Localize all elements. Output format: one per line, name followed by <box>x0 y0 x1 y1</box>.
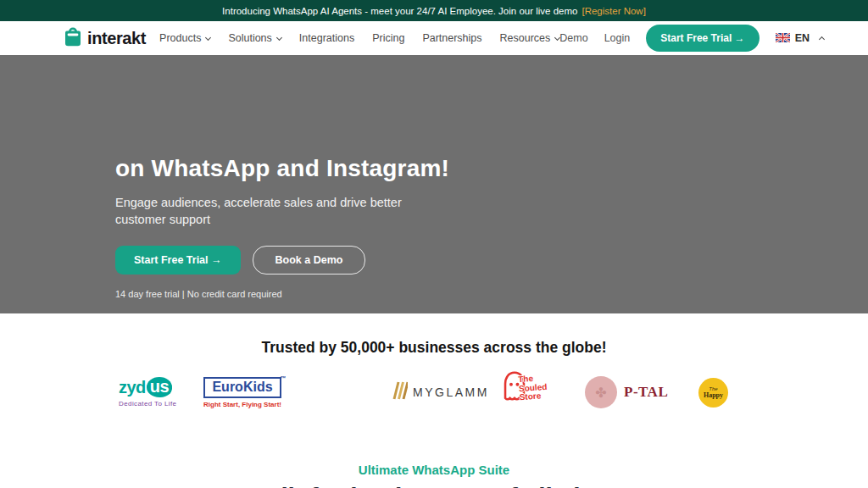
language-selector[interactable]: EN <box>776 30 824 46</box>
nav-item-label: Pricing <box>372 32 404 44</box>
nav-menu: Products Solutions Integrations Pricing … <box>159 32 559 44</box>
nav-start-free-trial-button[interactable]: Start Free Trial → <box>646 25 759 52</box>
hero-start-free-trial-button[interactable]: Start Free Trial → <box>115 246 241 274</box>
nav-item-resources[interactable]: Resources <box>500 32 560 44</box>
chevron-down-icon <box>205 34 211 40</box>
hero-subheading: Engage audiences, accelerate sales and d… <box>115 195 408 228</box>
brand-logos-row: zyd us Dedicated To Life EuroKids ™ Righ… <box>0 363 868 428</box>
hero-fineprint: 14 day free trial | No credit card requi… <box>115 289 868 299</box>
ptal-emblem-icon: ✤ <box>585 376 617 408</box>
uk-flag-icon <box>776 30 790 46</box>
hero-section: on WhatsApp and Instagram! Engage audien… <box>0 55 868 313</box>
chevron-up-icon <box>819 36 825 42</box>
zydus-tagline: Dedicated To Life <box>119 400 176 408</box>
logo-souled-store: The Souled Store <box>502 363 548 422</box>
eurokids-text: EuroKids <box>212 380 272 394</box>
interakt-logo[interactable]: interakt <box>64 26 146 50</box>
myglamm-strokes-icon <box>392 381 408 403</box>
logo-ptal: ✤ P-TAL <box>585 363 668 422</box>
logo-zydus: zyd us Dedicated To Life <box>119 363 176 422</box>
shopping-bag-icon <box>64 26 82 50</box>
nav-item-products[interactable]: Products <box>159 32 210 44</box>
nav-item-integrations[interactable]: Integrations <box>299 32 354 44</box>
nav-item-partnerships[interactable]: Partnerships <box>422 32 481 44</box>
nav-right: Demo Login Start Free Trial → EN <box>559 25 824 52</box>
logo-eurokids: EuroKids ™ Right Start, Flying Start! <box>203 363 281 422</box>
zydus-wordmark: zyd us <box>119 377 172 397</box>
souled-store-text: The Souled Store <box>518 374 548 402</box>
book-a-demo-button[interactable]: Book a Demo <box>253 246 366 274</box>
eurokids-wordmark: EuroKids ™ <box>203 377 281 398</box>
register-now-link[interactable]: [Register Now] <box>581 6 645 16</box>
souled-line: Store <box>519 391 541 402</box>
nav-item-label: Solutions <box>228 32 271 44</box>
suite-heading: Built for businesses of all sizes <box>0 483 868 488</box>
nav-item-label: Integrations <box>299 32 354 44</box>
nav-item-pricing[interactable]: Pricing <box>372 32 404 44</box>
language-code: EN <box>795 32 810 44</box>
hero-buttons: Start Free Trial → Book a Demo <box>115 246 868 274</box>
login-link[interactable]: Login <box>604 32 631 44</box>
nav-item-solutions[interactable]: Solutions <box>228 32 281 44</box>
brand-name: interakt <box>87 29 146 48</box>
ptal-wordmark: P-TAL <box>624 384 668 401</box>
happy-word-text: Happy <box>704 391 723 399</box>
suite-eyebrow: Ultimate WhatsApp Suite <box>0 463 868 477</box>
eurokids-tagline: Right Start, Flying Start! <box>203 401 281 408</box>
nav-item-label: Products <box>159 32 201 44</box>
nav-item-label: Resources <box>500 32 551 44</box>
logo-myglamm: MYGLAMM <box>392 363 489 422</box>
ptal-motif: ✤ <box>595 385 606 401</box>
chevron-down-icon <box>276 34 282 40</box>
myglamm-wordmark: MYGLAMM <box>413 385 489 399</box>
trademark-symbol: ™ <box>281 375 287 381</box>
trusted-heading: Trusted by 50,000+ businesses across the… <box>0 339 868 357</box>
announcement-text: Introducing WhatsApp AI Agents - meet yo… <box>222 6 577 16</box>
demo-link[interactable]: Demo <box>559 32 587 44</box>
main-navbar: interakt Products Solutions Integrations… <box>0 21 868 55</box>
hero-heading: on WhatsApp and Instagram! <box>115 155 868 182</box>
zydus-text: zyd <box>119 378 146 397</box>
happy-badge-icon: The Happy <box>698 378 728 408</box>
nav-item-label: Partnerships <box>422 32 481 44</box>
logo-the-happy: The Happy <box>698 363 728 422</box>
zydus-heart-text: us <box>147 377 172 397</box>
souled-store-mark: The Souled Store <box>502 370 548 414</box>
suite-section: Ultimate WhatsApp Suite Built for busine… <box>0 463 868 488</box>
announcement-banner: Introducing WhatsApp AI Agents - meet yo… <box>0 0 868 21</box>
